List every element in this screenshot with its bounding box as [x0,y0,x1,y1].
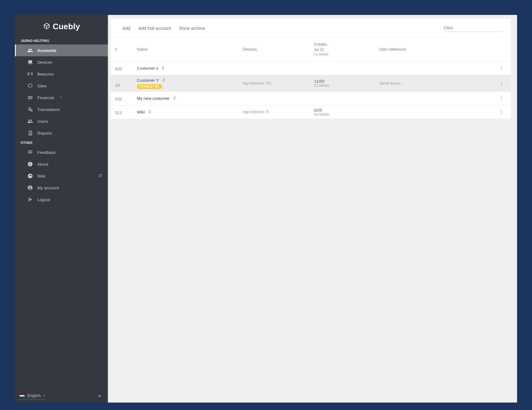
chevron-down-icon [59,95,63,100]
financial-icon [27,95,33,100]
row-name: Customer Y [137,78,159,83]
brand-name: Cuebly [53,22,80,31]
sidebar-item-reports[interactable]: Reports [15,127,108,139]
account-chip: STANLEY NL [137,84,162,89]
table-row[interactable]: 10Customer YSTANLEY NLApp licences: /101… [111,75,511,92]
row-reference [377,67,494,69]
sidebar-item-accounts[interactable]: Accounts [15,44,108,56]
sidebar-item-label: Beacons [37,72,54,76]
sites-icon [27,83,33,89]
accounts-panel: Add Add trial account Show archive # Nam… [111,19,511,119]
table-row[interactable]: 511WikiApp licences: /50/25€0.00000 [111,105,511,119]
my-account-icon [27,185,33,191]
row-id: 532 [113,96,134,103]
sidebar-item-about[interactable]: About [15,158,108,170]
feedback-icon [27,150,33,155]
language-selector[interactable]: English ▾ [18,393,45,399]
row-devices [240,98,312,99]
wiki-icon [27,173,33,179]
impersonate-icon[interactable] [172,96,177,101]
sidebar-item-devices[interactable]: Devices [15,56,108,68]
accounts-icon [27,48,33,53]
col-credits-title: Credits [314,42,374,47]
sidebar-item-wiki[interactable]: Wiki [15,170,108,182]
row-credits: 11/50€1.09440 [312,78,377,88]
sidebar-item-label: Feedback [37,150,56,155]
sidebar-item-my-account[interactable]: My account [15,182,108,194]
table-row[interactable]: 433Customer x [111,62,511,75]
sidebar-item-label: Accounts [37,48,57,53]
row-reference [377,111,494,113]
sidebar-section-user: JARNO HEIJTING [15,37,108,44]
brand: Cuebly [15,15,108,37]
table-header: # Name Devices Credits Jul 22 €1.09440 O… [111,37,511,62]
about-icon [27,161,33,167]
sidebar-item-sites[interactable]: Sites [15,80,108,92]
show-archive-button[interactable]: Show archive [179,26,205,31]
main-content: Add Add trial account Show archive # Nam… [108,15,517,403]
collapse-sidebar-button[interactable] [96,393,103,399]
row-menu-button[interactable] [498,108,505,116]
brand-logo-icon [43,22,53,31]
language-label: English [27,393,41,398]
col-devices[interactable]: Devices [240,46,312,53]
add-trial-account-button[interactable]: Add trial account [138,26,171,31]
sidebar-item-users[interactable]: Users [15,115,108,127]
row-credits [312,67,377,69]
sidebar-item-feedback[interactable]: Feedback [15,146,108,158]
sidebar: Cuebly JARNO HEIJTING AccountsDevicesBea… [15,15,108,403]
sidebar-item-label: Sites [37,84,47,88]
row-menu-button[interactable] [498,80,505,87]
logout-icon [27,197,33,202]
row-id: 10 [113,82,134,90]
col-credits[interactable]: Credits Jul 22 €1.09440 [312,40,377,58]
sidebar-item-label: Financial [37,95,54,100]
row-menu-button[interactable] [498,64,505,72]
table-row[interactable]: 532My new customer [111,92,511,105]
sidebar-item-label: My account [37,186,59,190]
row-id: 433 [113,66,134,73]
row-menu-button[interactable] [498,94,505,102]
sidebar-item-logout[interactable]: Logout [15,194,108,205]
impersonate-icon[interactable] [147,109,152,115]
chevron-down-icon: ▾ [43,394,45,397]
sidebar-item-label: Reports [37,131,52,136]
users-icon [27,118,33,124]
col-credits-sub: Jul 22 [314,47,374,52]
impersonate-icon[interactable] [161,66,165,71]
row-reference [377,98,494,99]
row-reference: Demo accou… [377,81,494,86]
row-id: 511 [113,110,134,117]
flag-icon [19,394,25,398]
filter-input[interactable] [444,24,503,32]
col-hash[interactable]: # [113,46,134,53]
row-credits: 0/25€0.00000 [312,107,377,117]
sidebar-item-financial[interactable]: Financial [15,92,108,104]
impersonate-icon[interactable] [161,78,166,83]
row-devices [240,67,312,69]
row-name: Customer x [137,66,158,71]
col-credits-rate: €1.09440 [314,52,374,57]
add-button[interactable]: Add [123,26,130,31]
sidebar-item-label: Devices [37,60,52,65]
sidebar-section-other: OTHER [15,139,108,146]
sidebar-item-label: Wiki [37,174,45,178]
col-own-reference[interactable]: Own reference [377,46,494,53]
col-name[interactable]: Name [134,46,240,53]
sidebar-item-translations[interactable]: Translations [15,104,108,115]
external-link-icon [98,173,102,179]
row-devices: App licences: /5 [240,109,312,115]
row-credits [312,98,377,99]
sidebar-item-label: Logout [37,197,50,202]
translations-icon [27,107,33,112]
sidebar-item-beacons[interactable]: Beacons [15,68,108,80]
sidebar-item-label: About [37,162,48,167]
beacons-icon [27,71,33,77]
row-name: Wiki [137,110,145,114]
sidebar-item-label: Users [37,119,48,124]
row-name: My new customer [137,96,170,101]
devices-icon [27,59,33,65]
reports-icon [27,130,33,136]
toolbar: Add Add trial account Show archive [111,19,511,37]
sidebar-item-label: Translations [37,107,60,112]
